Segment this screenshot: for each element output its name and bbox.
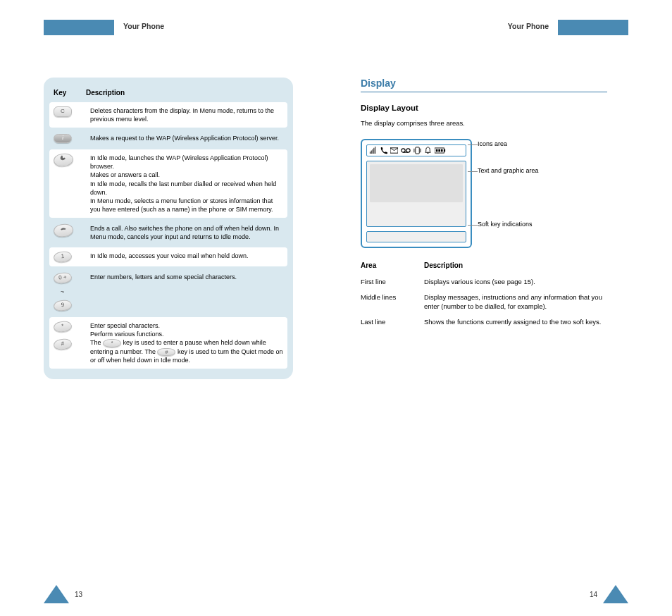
call-key-icon <box>53 153 74 168</box>
nav-prev-icon[interactable] <box>44 585 69 603</box>
svg-rect-11 <box>438 149 440 152</box>
battery-icon <box>435 147 446 154</box>
section-title-display: Display <box>361 78 607 92</box>
one-key-icon: 1 <box>53 251 72 263</box>
subheading-display-layout: Display Layout <box>361 102 607 114</box>
diagram-icon-row <box>366 144 466 156</box>
svg-rect-4 <box>416 147 420 154</box>
diagram-callouts: Icons area Text and graphic area Soft ke… <box>478 139 539 228</box>
diagram-text-area <box>366 161 466 227</box>
table-row: * # Enter special characters.Perform var… <box>49 317 287 369</box>
area-table-row: Last line Shows the functions currently … <box>361 317 607 327</box>
layout-intro: The display comprises three areas. <box>361 118 607 128</box>
row-desc: Enter special characters.Perform various… <box>90 321 283 364</box>
svg-rect-10 <box>436 149 438 152</box>
nine-key-icon: 9 <box>53 300 72 312</box>
zero-key-icon: 0 + <box>53 272 72 284</box>
row-desc: In Idle mode, launches the WAP (Wireless… <box>90 154 283 214</box>
row-desc: Deletes characters from the display. In … <box>90 106 283 123</box>
page-number-right: 14 <box>590 591 597 598</box>
star-key-inline-icon: * <box>103 339 121 347</box>
table-row: i Makes a request to the WAP (Wireless A… <box>49 130 287 147</box>
key-description-table: Key Description C Deletes characters fro… <box>44 78 293 379</box>
table-header-desc: Description <box>86 89 125 97</box>
row-desc: Enter numbers, letters and some special … <box>90 273 283 281</box>
callout-soft: Soft key indications <box>478 221 539 229</box>
area-table-header: Area Description <box>361 261 607 271</box>
callout-text: Text and graphic area <box>478 167 539 175</box>
alarm-icon <box>424 147 432 154</box>
right-page: Display Display Layout The display compr… <box>361 0 628 379</box>
end-key-icon <box>53 223 74 238</box>
hash-key-inline-icon: # <box>157 348 175 356</box>
area-table-row: First line Displays various icons (see p… <box>361 277 607 287</box>
clear-key-icon: C <box>54 106 72 117</box>
row-desc: Ends a call. Also switches the phone on … <box>90 224 283 241</box>
row-desc: In Idle mode, accesses your voice mail w… <box>90 252 283 260</box>
table-row: Ends a call. Also switches the phone on … <box>49 220 287 245</box>
signal-icon <box>369 147 377 154</box>
row-desc: Makes a request to the WAP (Wireless App… <box>90 134 283 142</box>
svg-rect-9 <box>444 149 445 152</box>
table-header-key: Key <box>54 89 86 97</box>
table-row: 1 In Idle mode, accesses your voice mail… <box>49 247 287 266</box>
page-number-left: 13 <box>75 591 82 598</box>
table-row: C Deletes characters from the display. I… <box>49 102 287 128</box>
area-table-row: Middle lines Display messages, instructi… <box>361 292 607 312</box>
svg-point-1 <box>402 149 405 152</box>
display-box <box>361 139 472 248</box>
table-row: In Idle mode, launches the WAP (Wireless… <box>49 149 287 218</box>
voicemail-icon <box>401 147 411 154</box>
left-page: Key Description C Deletes characters fro… <box>44 0 311 379</box>
svg-rect-12 <box>441 149 443 152</box>
wap-key-icon: i <box>54 134 72 143</box>
display-diagram: Icons area Text and graphic area Soft ke… <box>361 139 607 248</box>
table-row: 0 + ~ 9 Enter numbers, letters and some … <box>49 269 287 315</box>
hash-key-icon: # <box>53 338 72 350</box>
table-header: Key Description <box>49 85 287 102</box>
sms-icon <box>390 147 398 154</box>
svg-point-7 <box>428 153 429 154</box>
call-icon <box>380 147 387 154</box>
nav-next-icon[interactable] <box>603 585 628 603</box>
diagram-softkey-area <box>366 231 466 242</box>
svg-point-2 <box>406 149 410 152</box>
star-key-icon: * <box>53 321 72 333</box>
vibrate-icon <box>413 147 421 154</box>
callout-icons: Icons area <box>478 140 539 149</box>
tilde-label: ~ <box>61 288 64 296</box>
